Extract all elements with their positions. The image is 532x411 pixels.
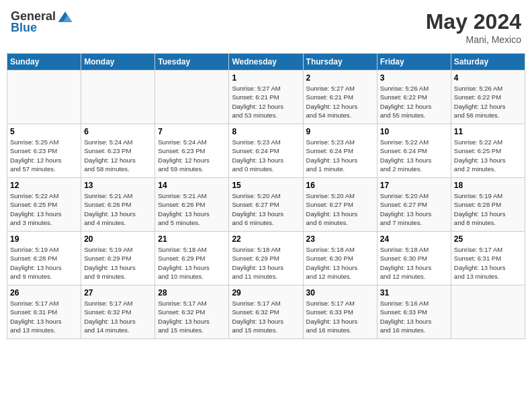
table-row: 28Sunrise: 5:17 AMSunset: 6:32 PMDayligh…: [155, 285, 229, 339]
day-number: 24: [380, 234, 448, 244]
day-info: Sunrise: 5:27 AMSunset: 6:21 PMDaylight:…: [232, 84, 300, 120]
day-number: 11: [454, 127, 522, 136]
day-info: Sunrise: 5:17 AMSunset: 6:32 PMDaylight:…: [232, 299, 300, 334]
day-number: 23: [306, 234, 374, 244]
header-tuesday: Tuesday: [155, 54, 229, 71]
day-info: Sunrise: 5:20 AMSunset: 6:27 PMDaylight:…: [306, 191, 374, 227]
day-number: 3: [380, 73, 448, 83]
day-info: Sunrise: 5:26 AMSunset: 6:22 PMDaylight:…: [454, 84, 522, 120]
table-row: 15Sunrise: 5:20 AMSunset: 6:27 PMDayligh…: [229, 178, 303, 232]
day-info: Sunrise: 5:18 AMSunset: 6:29 PMDaylight:…: [232, 245, 300, 281]
table-row: 2Sunrise: 5:27 AMSunset: 6:21 PMDaylight…: [303, 71, 377, 124]
day-info: Sunrise: 5:17 AMSunset: 6:31 PMDaylight:…: [454, 245, 522, 281]
table-row: 10Sunrise: 5:22 AMSunset: 6:24 PMDayligh…: [377, 124, 451, 178]
day-number: 17: [380, 181, 448, 190]
logo-blue: Blue: [11, 21, 37, 35]
table-row: [155, 71, 229, 124]
month-year-title: May 2024: [426, 9, 521, 34]
day-info: Sunrise: 5:17 AMSunset: 6:32 PMDaylight:…: [84, 299, 152, 334]
day-number: 22: [232, 234, 300, 244]
table-row: 31Sunrise: 5:16 AMSunset: 6:33 PMDayligh…: [377, 285, 451, 339]
header-sunday: Sunday: [7, 54, 81, 71]
day-number: 26: [10, 288, 78, 298]
header-monday: Monday: [81, 54, 155, 71]
day-number: 6: [84, 127, 152, 136]
calendar-table: Sunday Monday Tuesday Wednesday Thursday…: [7, 53, 525, 339]
location-subtitle: Mani, Mexico: [426, 34, 521, 45]
table-row: 30Sunrise: 5:17 AMSunset: 6:33 PMDayligh…: [303, 285, 377, 339]
day-info: Sunrise: 5:20 AMSunset: 6:27 PMDaylight:…: [232, 191, 300, 227]
table-row: 21Sunrise: 5:18 AMSunset: 6:29 PMDayligh…: [155, 232, 229, 285]
day-info: Sunrise: 5:23 AMSunset: 6:24 PMDaylight:…: [232, 138, 300, 173]
day-info: Sunrise: 5:24 AMSunset: 6:23 PMDaylight:…: [158, 138, 226, 173]
day-info: Sunrise: 5:21 AMSunset: 6:26 PMDaylight:…: [84, 191, 152, 227]
day-number: 9: [306, 127, 374, 136]
day-info: Sunrise: 5:19 AMSunset: 6:28 PMDaylight:…: [10, 245, 78, 281]
day-info: Sunrise: 5:23 AMSunset: 6:24 PMDaylight:…: [306, 138, 374, 173]
day-number: 15: [232, 181, 300, 190]
day-info: Sunrise: 5:18 AMSunset: 6:29 PMDaylight:…: [158, 245, 226, 281]
table-row: 4Sunrise: 5:26 AMSunset: 6:22 PMDaylight…: [451, 71, 525, 124]
day-number: 29: [232, 288, 300, 298]
day-number: 10: [380, 127, 448, 136]
header-friday: Friday: [377, 54, 451, 71]
table-row: 6Sunrise: 5:24 AMSunset: 6:23 PMDaylight…: [81, 124, 155, 178]
table-row: 22Sunrise: 5:18 AMSunset: 6:29 PMDayligh…: [229, 232, 303, 285]
table-row: 20Sunrise: 5:19 AMSunset: 6:29 PMDayligh…: [81, 232, 155, 285]
table-row: 7Sunrise: 5:24 AMSunset: 6:23 PMDaylight…: [155, 124, 229, 178]
page-header: General Blue May 2024 Mani, Mexico: [7, 7, 525, 48]
day-number: 16: [306, 181, 374, 190]
day-number: 13: [84, 181, 152, 190]
day-info: Sunrise: 5:18 AMSunset: 6:30 PMDaylight:…: [380, 245, 448, 281]
day-info: Sunrise: 5:21 AMSunset: 6:26 PMDaylight:…: [158, 191, 226, 227]
day-number: 28: [158, 288, 226, 298]
header-saturday: Saturday: [451, 54, 525, 71]
day-info: Sunrise: 5:25 AMSunset: 6:23 PMDaylight:…: [10, 138, 78, 173]
table-row: 25Sunrise: 5:17 AMSunset: 6:31 PMDayligh…: [451, 232, 525, 285]
calendar-week-row: 26Sunrise: 5:17 AMSunset: 6:31 PMDayligh…: [7, 285, 525, 339]
day-number: 21: [158, 234, 226, 244]
day-number: 31: [380, 288, 448, 298]
day-number: 7: [158, 127, 226, 136]
day-number: 12: [10, 181, 78, 190]
table-row: 12Sunrise: 5:22 AMSunset: 6:25 PMDayligh…: [7, 178, 81, 232]
day-number: 30: [306, 288, 374, 298]
day-info: Sunrise: 5:19 AMSunset: 6:29 PMDaylight:…: [84, 245, 152, 281]
calendar-header: Sunday Monday Tuesday Wednesday Thursday…: [7, 54, 525, 71]
day-info: Sunrise: 5:20 AMSunset: 6:27 PMDaylight:…: [380, 191, 448, 227]
weekday-header-row: Sunday Monday Tuesday Wednesday Thursday…: [7, 54, 525, 71]
day-info: Sunrise: 5:17 AMSunset: 6:33 PMDaylight:…: [306, 299, 374, 334]
calendar-week-row: 12Sunrise: 5:22 AMSunset: 6:25 PMDayligh…: [7, 178, 525, 232]
day-number: 14: [158, 181, 226, 190]
table-row: 23Sunrise: 5:18 AMSunset: 6:30 PMDayligh…: [303, 232, 377, 285]
table-row: 27Sunrise: 5:17 AMSunset: 6:32 PMDayligh…: [81, 285, 155, 339]
table-row: 18Sunrise: 5:19 AMSunset: 6:28 PMDayligh…: [451, 178, 525, 232]
table-row: [7, 71, 81, 124]
calendar-week-row: 19Sunrise: 5:19 AMSunset: 6:28 PMDayligh…: [7, 232, 525, 285]
day-info: Sunrise: 5:22 AMSunset: 6:25 PMDaylight:…: [454, 138, 522, 173]
day-number: 27: [84, 288, 152, 298]
day-number: 2: [306, 73, 374, 83]
table-row: 9Sunrise: 5:23 AMSunset: 6:24 PMDaylight…: [303, 124, 377, 178]
table-row: 14Sunrise: 5:21 AMSunset: 6:26 PMDayligh…: [155, 178, 229, 232]
table-row: 16Sunrise: 5:20 AMSunset: 6:27 PMDayligh…: [303, 178, 377, 232]
day-info: Sunrise: 5:16 AMSunset: 6:33 PMDaylight:…: [380, 299, 448, 334]
day-info: Sunrise: 5:19 AMSunset: 6:28 PMDaylight:…: [454, 191, 522, 227]
table-row: 29Sunrise: 5:17 AMSunset: 6:32 PMDayligh…: [229, 285, 303, 339]
day-info: Sunrise: 5:18 AMSunset: 6:30 PMDaylight:…: [306, 245, 374, 281]
calendar-week-row: 5Sunrise: 5:25 AMSunset: 6:23 PMDaylight…: [7, 124, 525, 178]
day-info: Sunrise: 5:26 AMSunset: 6:22 PMDaylight:…: [380, 84, 448, 120]
day-info: Sunrise: 5:17 AMSunset: 6:32 PMDaylight:…: [158, 299, 226, 334]
day-number: 20: [84, 234, 152, 244]
day-info: Sunrise: 5:17 AMSunset: 6:31 PMDaylight:…: [10, 299, 78, 334]
table-row: 19Sunrise: 5:19 AMSunset: 6:28 PMDayligh…: [7, 232, 81, 285]
table-row: 11Sunrise: 5:22 AMSunset: 6:25 PMDayligh…: [451, 124, 525, 178]
day-info: Sunrise: 5:27 AMSunset: 6:21 PMDaylight:…: [306, 84, 374, 120]
table-row: [81, 71, 155, 124]
calendar-body: 1Sunrise: 5:27 AMSunset: 6:21 PMDaylight…: [7, 71, 525, 339]
table-row: 3Sunrise: 5:26 AMSunset: 6:22 PMDaylight…: [377, 71, 451, 124]
day-info: Sunrise: 5:24 AMSunset: 6:23 PMDaylight:…: [84, 138, 152, 173]
table-row: 1Sunrise: 5:27 AMSunset: 6:21 PMDaylight…: [229, 71, 303, 124]
table-row: [451, 285, 525, 339]
table-row: 24Sunrise: 5:18 AMSunset: 6:30 PMDayligh…: [377, 232, 451, 285]
